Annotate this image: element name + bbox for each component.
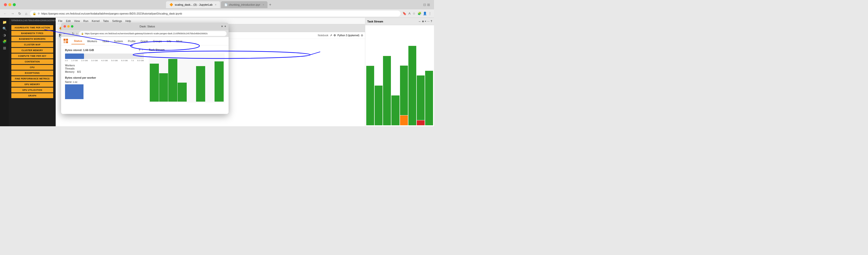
minimize-traffic-light[interactable] [8, 3, 11, 6]
dask-tab-info[interactable]: Info [164, 38, 174, 44]
task-stream-label: Task Stream [149, 48, 225, 51]
close-traffic-light[interactable] [4, 3, 7, 6]
refresh-button[interactable]: ↻ [17, 10, 22, 17]
address-text: https://pangeo-eosc.vm.fedcloud.eu/user/… [41, 12, 182, 15]
dask-close-button[interactable]: × [221, 25, 223, 28]
security-icon: 🔒 [32, 12, 36, 15]
bookmark-icon: ☆ [412, 11, 415, 15]
task-stream-mini-chart [149, 53, 225, 103]
dask-minimize-light[interactable] [67, 25, 70, 28]
worker-bar-chart [65, 84, 84, 99]
threads-label: Threads [65, 67, 75, 70]
dask-logo-container [64, 39, 68, 44]
dask-tab-bar: Status Workers Tasks System Profile Grap… [61, 37, 228, 46]
search-icon[interactable]: 🔍 [2, 27, 7, 31]
dask-tab-profile[interactable]: Profile [125, 38, 138, 44]
dask-content: Bytes stored: 1.66 GiB ? ⋮ 0.0 1.0 GiB 2… [61, 46, 228, 106]
ts-mini-bar-8 [215, 61, 224, 102]
bytes-axis: 0.0 1.0 GiB 2.0 GiB 3.0 GiB 4.0 GiB 5.0 … [65, 59, 144, 62]
menu-icon: ⋮ [428, 11, 432, 15]
ts-bar-2 [375, 86, 382, 125]
axis-7gib: 7.0 [131, 59, 134, 62]
dask-back-button[interactable]: ← [63, 32, 66, 35]
ts-bar-8 [425, 71, 433, 125]
bytes-menu-button[interactable]: ⋮ [141, 48, 144, 52]
home-button[interactable]: ⌂ [24, 10, 28, 17]
extensions-sidebar-icon[interactable]: 🧩 [2, 39, 7, 44]
ts-mini-bar-3 [168, 59, 177, 102]
new-tab-button[interactable]: + [268, 1, 273, 8]
second-tab-close-button[interactable]: × [263, 3, 264, 6]
forward-button[interactable]: → [10, 10, 15, 17]
sidebar-item-cpu[interactable]: CPU [11, 65, 53, 70]
sidebar-panel-header: l3f90b93c2457bbcb4bb426682d206/status... [9, 18, 56, 23]
sidebar-item-gpu-util[interactable]: GPU UTILIZATION [11, 88, 53, 92]
svg-rect-0 [64, 39, 65, 41]
axis-5gib: 5.0 GiB [111, 59, 118, 62]
address-icon: ⊙ [38, 12, 40, 15]
sidebar-item-cluster-map[interactable]: CLUSTER MAP [11, 42, 53, 47]
ts-mini-bar-1 [150, 64, 159, 102]
dask-tab-status[interactable]: Status [71, 38, 85, 45]
menu-view[interactable]: View [74, 20, 80, 23]
dask-forward-button[interactable]: → [67, 32, 70, 35]
tab-close-button[interactable]: × [215, 3, 217, 6]
files-icon[interactable]: 📁 [2, 20, 7, 24]
sidebar-item-fine-metrics[interactable]: FINE PERFORMANCE METRICS [11, 76, 53, 81]
menu-settings[interactable]: Settings [112, 20, 122, 23]
svg-rect-1 [66, 39, 68, 41]
maximize-traffic-light[interactable] [13, 3, 16, 6]
sidebar-item-gpu-memory[interactable]: GPU MEMORY [11, 82, 53, 87]
ts-resize-button[interactable]: ↔ [418, 20, 421, 23]
workers-value [78, 64, 144, 67]
dask-close-light[interactable] [64, 25, 66, 28]
dask-left-content: Bytes stored: 1.66 GiB ? ⋮ 0.0 1.0 GiB 2… [65, 48, 144, 103]
sidebar-item-contention[interactable]: CONTENTION [11, 59, 53, 64]
ts-expand-button[interactable]: ? [431, 20, 432, 23]
dask-tab-system[interactable]: System [112, 38, 126, 44]
sidebar-item-compute-time[interactable]: COMPUTE TIME PER KEY [11, 54, 53, 58]
ts-close-button[interactable]: × [425, 20, 426, 23]
sidebar-item-aggregate-time[interactable]: AGGREGATE TIME PER ACTION [11, 25, 53, 30]
menu-edit[interactable]: Edit [66, 20, 71, 23]
dask-tab-more[interactable]: More... [174, 38, 187, 44]
ts-mini-bar-2 [159, 73, 168, 102]
menu-file[interactable]: File [58, 20, 63, 23]
dask-right-content: Task Stream [149, 48, 225, 103]
active-browser-tab[interactable]: 🔶 scaling_dask... (3) - JupyterLab × [166, 1, 220, 8]
dask-home-button[interactable]: ⌂ [76, 32, 78, 35]
jupyter-sidebar-panel: l3f90b93c2457bbcb4bb426682d206/status...… [9, 18, 56, 126]
dask-tab-groups[interactable]: Groups [151, 38, 164, 44]
sidebar-item-bandwidth-workers[interactable]: BANDWIDTH WORKERS [11, 36, 53, 41]
dask-icon[interactable]: ▦ [3, 46, 6, 50]
kernel-status-icon: ⊙ [361, 34, 363, 37]
ts-zoom-button[interactable]: ⊕ [422, 20, 424, 23]
second-browser-tab[interactable]: 📄 chunking_introduction.ipyr × [221, 1, 268, 8]
dask-status-window: Dask: Status × + ← → ↻ ⌂ 🔒 https://pange… [61, 23, 228, 114]
menu-help[interactable]: Help [125, 20, 131, 23]
sidebar-item-bandwidth-types[interactable]: BANDWIDTH TYPES [11, 31, 53, 36]
sidebar-item-cluster-memory[interactable]: CLUSTER MEMORY [11, 48, 53, 53]
git-icon[interactable]: ◑ [3, 33, 6, 37]
dask-refresh-button[interactable]: ↻ [72, 32, 74, 35]
dask-address-bar[interactable]: 🔒 https://pangeo-eosc.vm.fedcloud.eu/ser… [79, 31, 227, 36]
address-bar[interactable]: 🔒 ⊙ https://pangeo-eosc.vm.fedcloud.eu/u… [30, 10, 401, 17]
ts-more-button[interactable]: ⋯ [427, 20, 430, 23]
ts-bar-7b [417, 120, 425, 125]
dask-maximize-light[interactable] [71, 25, 73, 28]
ts-mini-bar-4 [178, 83, 187, 102]
menu-tabs[interactable]: Tabs [103, 20, 108, 23]
dask-tab-graph[interactable]: Graph [138, 38, 151, 44]
menu-run[interactable]: Run [83, 20, 88, 23]
dask-new-tab-button[interactable]: + [224, 25, 226, 28]
ts-bar-5 [400, 65, 408, 115]
dask-tab-tasks[interactable]: Tasks [99, 38, 111, 44]
cluster-info-grid: Workers Threads Memory 8.5 [65, 64, 144, 73]
back-button[interactable]: ← [2, 10, 8, 17]
bytes-help-button[interactable]: ? [139, 48, 140, 52]
ts-mini-bar-5-group [187, 101, 196, 102]
dask-tab-workers[interactable]: Workers [85, 38, 100, 44]
sidebar-item-graph[interactable]: GRAPH [11, 93, 53, 98]
sidebar-item-exceptions[interactable]: EXCEPTIONS [11, 70, 53, 76]
menu-kernel[interactable]: Kernel [92, 20, 100, 23]
